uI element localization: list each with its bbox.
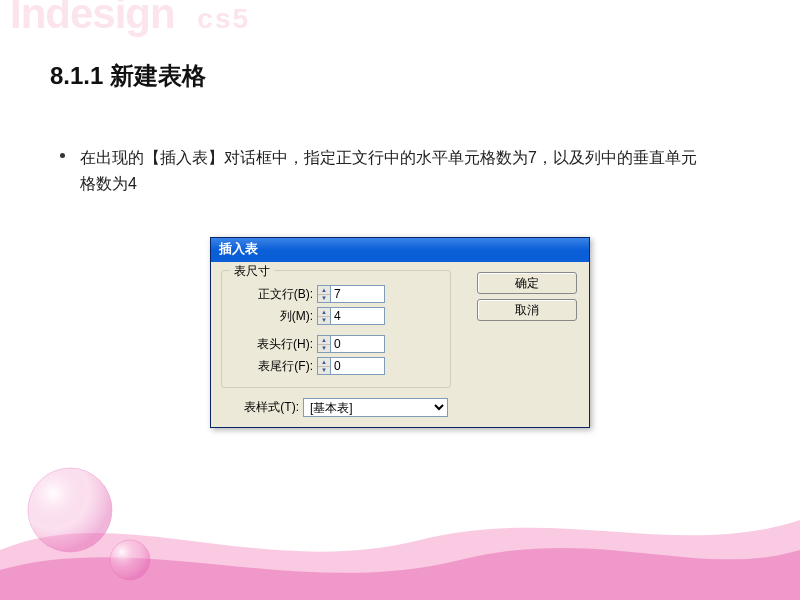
header-rows-label: 表头行(H):: [232, 336, 317, 353]
footer-rows-row: 表尾行(F): ▲ ▼: [232, 357, 440, 375]
cancel-button[interactable]: 取消: [477, 299, 577, 321]
columns-spinner-buttons: ▲ ▼: [317, 307, 330, 325]
dialog-title: 插入表: [219, 242, 258, 256]
table-style-select[interactable]: [基本表]: [303, 398, 448, 417]
header-rows-spinner: ▲ ▼: [317, 335, 385, 353]
spinner-up-icon[interactable]: ▲: [318, 336, 330, 345]
svg-point-1: [110, 540, 150, 580]
table-size-group: 表尺寸 正文行(B): ▲ ▼ 列(M): ▲ ▼: [221, 270, 451, 388]
decorative-wave: [0, 440, 800, 600]
body-rows-spinner: ▲ ▼: [317, 285, 385, 303]
footer-rows-label: 表尾行(F):: [232, 358, 317, 375]
header-rows-row: 表头行(H): ▲ ▼: [232, 335, 440, 353]
page-title: 8.1.1 新建表格: [50, 60, 206, 92]
bullet-dot-icon: [60, 153, 65, 158]
table-style-row: 表样式(T): [基本表]: [221, 394, 579, 417]
footer-rows-input[interactable]: [330, 357, 385, 375]
spinner-up-icon[interactable]: ▲: [318, 358, 330, 367]
watermark-version: cs5: [197, 3, 250, 34]
watermark-brand: Indesign: [10, 0, 175, 37]
bullet-content: 在出现的【插入表】对话框中，指定正文行中的水平单元格数为7，以及列中的垂直单元格…: [80, 149, 697, 192]
header-rows-spinner-buttons: ▲ ▼: [317, 335, 330, 353]
footer-rows-spinner: ▲ ▼: [317, 357, 385, 375]
watermark: Indesign cs5: [10, 0, 250, 38]
columns-spinner: ▲ ▼: [317, 307, 385, 325]
insert-table-dialog: 插入表 确定 取消 表尺寸 正文行(B): ▲ ▼ 列(M):: [210, 237, 590, 428]
footer-rows-spinner-buttons: ▲ ▼: [317, 357, 330, 375]
ok-button[interactable]: 确定: [477, 272, 577, 294]
body-rows-input[interactable]: [330, 285, 385, 303]
svg-point-0: [28, 468, 112, 552]
spinner-down-icon[interactable]: ▼: [318, 295, 330, 303]
spinner-up-icon[interactable]: ▲: [318, 308, 330, 317]
table-style-label: 表样式(T):: [223, 399, 303, 416]
body-rows-row: 正文行(B): ▲ ▼: [232, 285, 440, 303]
columns-input[interactable]: [330, 307, 385, 325]
header-rows-input[interactable]: [330, 335, 385, 353]
spinner-down-icon[interactable]: ▼: [318, 317, 330, 325]
spinner-down-icon[interactable]: ▼: [318, 367, 330, 375]
body-rows-spinner-buttons: ▲ ▼: [317, 285, 330, 303]
dialog-titlebar[interactable]: 插入表: [211, 238, 589, 262]
dialog-body: 确定 取消 表尺寸 正文行(B): ▲ ▼ 列(M): ▲: [211, 262, 589, 427]
spinner-down-icon[interactable]: ▼: [318, 345, 330, 353]
dialog-button-column: 确定 取消: [477, 272, 577, 321]
columns-row: 列(M): ▲ ▼: [232, 307, 440, 325]
body-rows-label: 正文行(B):: [232, 286, 317, 303]
bullet-text: 在出现的【插入表】对话框中，指定正文行中的水平单元格数为7，以及列中的垂直单元格…: [80, 145, 700, 196]
spinner-up-icon[interactable]: ▲: [318, 286, 330, 295]
columns-label: 列(M):: [232, 308, 317, 325]
group-label: 表尺寸: [230, 263, 274, 280]
